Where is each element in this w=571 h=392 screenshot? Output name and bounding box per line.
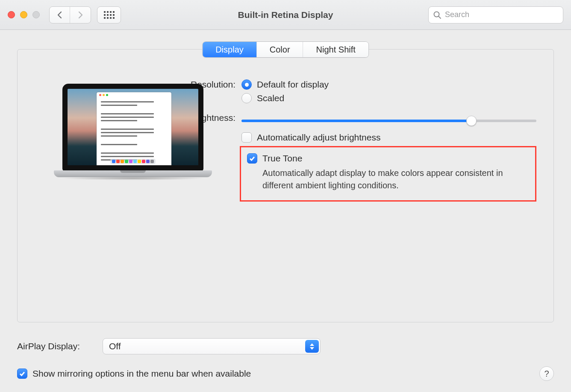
search-input[interactable] xyxy=(444,10,559,20)
search-field-wrap[interactable] xyxy=(428,6,563,23)
window-controls xyxy=(8,11,40,18)
truetone-highlight: True Tone Automatically adapt display to… xyxy=(240,146,536,202)
checkbox-off-icon xyxy=(241,132,252,143)
titlebar: Built-in Retina Display xyxy=(0,0,571,30)
brightness-slider[interactable] xyxy=(241,115,536,126)
truetone-checkbox[interactable]: True Tone xyxy=(247,153,527,164)
tab-bar: Display Color Night Shift xyxy=(202,41,369,58)
bottom-area: AirPlay Display: Off Show mirroring opti… xyxy=(17,338,554,381)
panel-content: Resolution: Default for display Scaled xyxy=(18,79,553,313)
svg-line-1 xyxy=(439,16,441,18)
airplay-select-value: Off xyxy=(109,341,121,351)
display-preview-image xyxy=(54,84,212,177)
checkbox-on-icon xyxy=(17,369,27,379)
airplay-label: AirPlay Display: xyxy=(17,341,103,351)
show-all-prefs-button[interactable] xyxy=(97,6,121,23)
mirroring-label: Show mirroring options in the menu bar w… xyxy=(32,369,251,379)
tab-nightshift[interactable]: Night Shift xyxy=(303,42,368,57)
search-icon xyxy=(433,11,441,19)
select-stepper-icon xyxy=(305,340,319,353)
chevron-right-icon xyxy=(77,11,83,19)
chevron-left-icon xyxy=(57,11,63,19)
nav-buttons xyxy=(49,6,91,23)
minimize-window-button[interactable] xyxy=(20,11,27,18)
auto-brightness-label: Automatically adjust brightness xyxy=(257,132,380,143)
resolution-default-label: Default for display xyxy=(257,79,329,90)
mirroring-checkbox[interactable]: Show mirroring options in the menu bar w… xyxy=(17,369,251,379)
zoom-window-button[interactable] xyxy=(32,11,40,18)
grid-icon xyxy=(104,11,115,19)
close-window-button[interactable] xyxy=(8,11,15,18)
resolution-scaled-label: Scaled xyxy=(257,93,284,103)
tab-color[interactable]: Color xyxy=(257,42,303,57)
tab-display[interactable]: Display xyxy=(203,42,257,57)
radio-off-icon xyxy=(241,93,252,103)
radio-on-icon xyxy=(241,79,252,90)
truetone-description: Automatically adapt display to make colo… xyxy=(262,167,527,192)
help-button[interactable]: ? xyxy=(539,366,554,381)
settings-panel: Display Color Night Shift xyxy=(17,49,554,322)
client-area: Display Color Night Shift xyxy=(0,30,571,392)
airplay-select[interactable]: Off xyxy=(103,338,321,354)
resolution-scaled-radio[interactable]: Scaled xyxy=(241,93,536,103)
resolution-default-radio[interactable]: Default for display xyxy=(241,79,536,90)
checkbox-on-icon xyxy=(247,153,257,164)
truetone-label: True Tone xyxy=(262,153,302,164)
forward-button[interactable] xyxy=(70,7,91,23)
back-button[interactable] xyxy=(50,7,70,23)
auto-brightness-checkbox[interactable]: Automatically adjust brightness xyxy=(241,132,536,143)
